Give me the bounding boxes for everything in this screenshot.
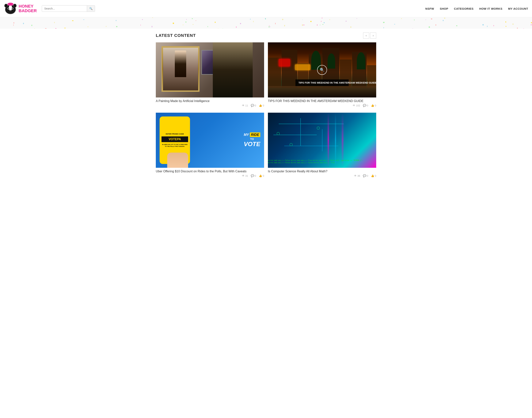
search-overlay-icon: 🔍 [317,65,327,75]
likes-count: 👍 0 [371,104,376,107]
likes-count: 👍 0 [371,174,376,177]
comment-icon: 💬 [251,174,254,177]
card-amsterdam-image: 🔍 TIPS FOR THIS WEEKEND IN THE AMSTERDAM… [268,42,376,97]
card-amsterdam-title: TIPS FOR THIS WEEKEND IN THE AMSTERDAM W… [268,99,376,103]
likes-count: 👍 0 [259,174,264,177]
eye-icon: 👁 [242,104,244,107]
logo-icon [4,2,17,15]
nav-how-it-works[interactable]: HOW IT WORKS [479,7,502,10]
card-cs-meta: 👁 36 💬 0 👍 0 [268,174,376,179]
card-cs-image: mirror_mod.use_x = False mirror_mod.use_… [268,113,376,168]
nav-my-account[interactable]: MY ACCOUNT [508,7,528,10]
like-icon: 👍 [371,104,374,107]
main-nav: NSFW SHOP CATEGORIES HOW IT WORKS MY ACC… [425,7,528,10]
card-painting-image [156,42,264,97]
nav-nsfw[interactable]: NSFW [425,7,434,10]
card-grid: A Painting Made by Artificial Intelligen… [156,42,376,179]
views-count: 👁 11 [242,104,248,107]
next-button[interactable]: › [370,33,376,39]
like-icon: 👍 [259,104,262,107]
logo[interactable]: HONEY BADGER [4,2,38,15]
comments-count: 💬 0 [363,104,368,107]
svg-point-10 [12,8,13,9]
card-uber-meta: 👁 31 💬 0 👍 0 [156,174,264,179]
svg-point-9 [8,8,9,9]
card-amsterdam-meta: 👁 102 💬 0 👍 0 [268,104,376,109]
logo-text: HONEY BADGER [19,4,37,13]
code-overlay: mirror_mod.use_x = False mirror_mod.use_… [268,159,372,164]
main-content: LATEST CONTENT ‹ › A Painting Mad [152,29,380,179]
site-header: HONEY BADGER 🔍 NSFW SHOP CATEGORIES HOW … [0,0,532,17]
views-count: 👁 31 [242,174,248,177]
svg-rect-13 [9,3,12,5]
card-painting-title: A Painting Made by Artificial Intelligen… [156,99,264,103]
search-button[interactable]: 🔍 [87,6,95,12]
eye-icon: 👁 [353,104,355,107]
nav-categories[interactable]: CATEGORIES [454,7,474,10]
eye-icon: 👁 [354,174,357,177]
views-count: 👁 36 [354,174,360,177]
card-uber-image: ENTER PROMO CODE VOTEPA IN UBER OR LYFT … [156,113,264,168]
card-painting-meta: 👁 11 💬 0 👍 0 [156,104,264,109]
confetti-banner [0,17,532,29]
card-cs-title: Is Computer Science Really All About Mat… [268,170,376,173]
amsterdam-overlay-text: TIPS FOR THIS WEEKEND IN THE AMSTERDAM W… [295,80,349,86]
painting-frame [162,46,199,92]
comments-count: 💬 0 [251,104,256,107]
comment-icon: 💬 [251,104,254,107]
card-painting[interactable]: A Painting Made by Artificial Intelligen… [156,42,264,109]
card-amsterdam[interactable]: 🔍 TIPS FOR THIS WEEKEND IN THE AMSTERDAM… [268,42,376,109]
card-cs[interactable]: mirror_mod.use_x = False mirror_mod.use_… [268,113,376,179]
comments-count: 💬 0 [363,174,368,177]
views-count: 👁 102 [353,104,360,107]
prev-button[interactable]: ‹ [363,33,369,39]
eye-icon: 👁 [242,174,244,177]
like-icon: 👍 [371,174,374,177]
svg-point-11 [10,10,12,11]
like-icon: 👍 [259,174,262,177]
section-header: LATEST CONTENT ‹ › [156,33,376,39]
comment-icon: 💬 [363,174,366,177]
comment-icon: 💬 [363,104,366,107]
svg-point-5 [5,4,7,7]
svg-point-6 [14,4,16,7]
carousel-controls: ‹ › [363,33,376,39]
comments-count: 💬 0 [251,174,256,177]
search-form: 🔍 [42,5,95,12]
section-title: LATEST CONTENT [156,33,196,38]
search-input[interactable] [42,6,87,12]
likes-count: 👍 0 [259,104,264,107]
card-uber[interactable]: ENTER PROMO CODE VOTEPA IN UBER OR LYFT … [156,113,264,179]
card-uber-title: Uber Offering $10 Discount on Rides to t… [156,170,264,173]
nav-shop[interactable]: SHOP [440,7,448,10]
